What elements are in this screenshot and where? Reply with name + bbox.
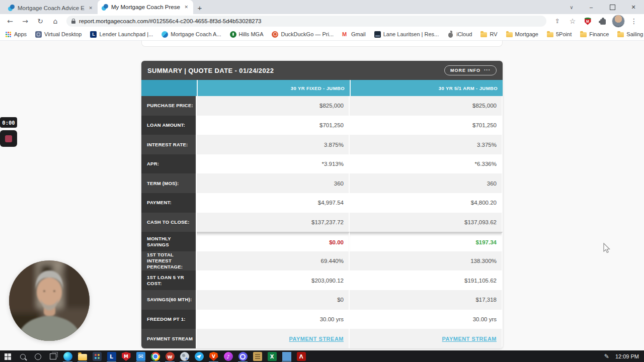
task-view-button[interactable] xyxy=(45,350,60,362)
address-bar[interactable]: report.mortgagecoach.com/#012556c4-c200-… xyxy=(66,16,546,27)
start-button[interactable] xyxy=(0,350,15,362)
profile-avatar[interactable] xyxy=(612,15,625,28)
bookmark-hills-mga[interactable]: Hills MGA xyxy=(230,31,264,38)
acrobat-icon[interactable]: Λ xyxy=(294,350,308,362)
bookmark-mortgage-coach[interactable]: Mortgage Coach A... xyxy=(162,31,221,38)
bookmark-star-icon[interactable]: ☆ xyxy=(567,15,579,27)
close-button[interactable]: ✕ xyxy=(623,0,644,14)
row-value-col1: $825,000 xyxy=(197,96,350,116)
bookmark-lane-lauritsen[interactable]: Lane Lauritsen | Res... xyxy=(374,31,439,38)
taskbar-clock[interactable]: 12:09 PM xyxy=(615,353,639,359)
row-value-col1: $0 xyxy=(197,290,350,310)
row-value-col2[interactable]: PAYMENT STREAM xyxy=(350,329,503,348)
loom-icon[interactable] xyxy=(235,350,250,362)
bookmark-apps-grid[interactable]: Apps xyxy=(5,31,27,38)
launchpad xyxy=(90,31,97,38)
tab-search-chevron-icon[interactable]: ∨ xyxy=(566,2,578,12)
new-tab-button[interactable]: + xyxy=(193,2,206,14)
record-stop-button[interactable] xyxy=(0,130,17,147)
row-value-col1[interactable]: PAYMENT STREAM xyxy=(197,329,350,348)
minimize-button[interactable]: – xyxy=(581,0,602,14)
maximize-button[interactable] xyxy=(602,0,623,14)
bookmark-label: RV xyxy=(490,31,497,37)
lender-launchpad-icon[interactable]: L xyxy=(104,350,119,362)
file-explorer-icon[interactable] xyxy=(75,350,90,362)
bookmark-duckduckgo[interactable]: DuckDuckGo — Pri... xyxy=(272,31,334,38)
bookmark-folder-mortgage[interactable]: Mortgage xyxy=(506,31,538,37)
mcafee-shield-icon[interactable]: M xyxy=(119,350,133,362)
windows-ink-pen-icon[interactable]: ✎ xyxy=(604,353,609,360)
bookmark-gmail[interactable]: Gmail xyxy=(342,31,366,38)
row-value-col1: 30.00 yrs xyxy=(197,310,350,329)
mcoach xyxy=(162,31,168,38)
bookmark-folder-sailing[interactable]: Sailing xyxy=(617,31,643,37)
row-value-col2: $137,093.62 xyxy=(350,213,503,232)
bookmarks-bar: Apps Virtual Desktop Lender Launchpad |.… xyxy=(0,28,644,41)
system-tray: ✎ 12:09 PM xyxy=(604,353,644,360)
w-app-icon[interactable]: w xyxy=(163,350,177,362)
taskbar: L M ✉ w xyxy=(0,350,644,362)
row-label: PURCHASE PRICE: xyxy=(141,96,197,116)
itunes-icon[interactable]: ♪ xyxy=(221,350,235,362)
excel-icon[interactable]: X xyxy=(265,350,279,362)
url-text[interactable]: report.mortgagecoach.com/#012556c4-c200-… xyxy=(79,18,262,24)
row-label: SAVINGS(60 MTH): xyxy=(141,290,197,310)
bookmark-label: Hills MGA xyxy=(239,31,264,37)
bookmark-label: Mortgage xyxy=(515,31,538,37)
mail-icon[interactable]: ✉ xyxy=(133,350,148,362)
record-icon xyxy=(5,135,12,142)
previous-card-bottom xyxy=(141,41,503,47)
paw-app-icon[interactable] xyxy=(177,350,192,362)
table-row: LOAN AMOUNT: $701,250 $701,250 xyxy=(141,116,503,135)
bookmark-lender-launchpad[interactable]: Lender Launchpad |... xyxy=(90,31,153,38)
bookmark-icloud[interactable]: iCloud xyxy=(447,31,472,38)
tab-title: My Mortgage Coach Presentatio xyxy=(111,4,180,10)
bookmark-folder-finance[interactable]: Finance xyxy=(580,31,609,37)
row-label: CASH TO CLOSE: xyxy=(141,213,197,232)
reload-icon[interactable]: ↻ xyxy=(34,15,46,27)
bookmark-label: Lender Launchpad |... xyxy=(99,31,153,37)
browser-tab[interactable]: Mortgage Coach Advice Engine ✕ xyxy=(4,2,98,14)
recording-timer: 0:00 xyxy=(0,117,17,128)
telegram-icon[interactable] xyxy=(192,350,206,362)
cortana-button[interactable] xyxy=(30,350,45,362)
bookmark-folder-rv[interactable]: RV xyxy=(480,31,497,37)
window-controls: – ✕ xyxy=(581,0,644,14)
webcam-bubble[interactable] xyxy=(9,260,90,341)
chrome-icon[interactable] xyxy=(148,350,163,362)
taskbar-search-button[interactable] xyxy=(15,350,30,362)
row-value-col2: 138.300% xyxy=(350,251,503,271)
bookmark-folder-5point[interactable]: 5Point xyxy=(547,31,572,37)
row-value-col2: 3.375% xyxy=(350,135,503,154)
tab-close-icon[interactable]: ✕ xyxy=(88,5,94,12)
bookmark-label: DuckDuckGo — Pri... xyxy=(281,31,334,37)
share-icon[interactable]: ⇪ xyxy=(551,15,564,27)
bookmark-label: Mortgage Coach A... xyxy=(171,31,221,37)
hills xyxy=(230,31,236,38)
browser-menu-kebab-icon[interactable]: ⋮ xyxy=(628,15,640,27)
bookmark-label: 5Point xyxy=(556,31,572,37)
gmail xyxy=(342,31,349,38)
home-icon[interactable]: ⌂ xyxy=(49,15,61,27)
row-value-col2: $191,105.62 xyxy=(350,270,503,290)
table-row: PAYMENT STREAM PAYMENT STREAM PAYMENT ST… xyxy=(141,329,503,348)
more-info-button[interactable]: MORE INFO ··· xyxy=(444,65,497,75)
notes-icon[interactable] xyxy=(250,350,265,362)
blue-window-icon[interactable] xyxy=(279,350,294,362)
lane xyxy=(374,31,381,38)
back-icon[interactable]: ← xyxy=(4,15,16,27)
browser-tab[interactable]: My Mortgage Coach Presentatio ✕ xyxy=(98,0,193,14)
edge-icon[interactable] xyxy=(60,350,75,362)
ddg xyxy=(272,31,278,38)
https-lock-icon[interactable] xyxy=(71,21,75,24)
summary-card: SUMMARY | QUOTE DATE - 01/24/2022 MORE I… xyxy=(141,61,503,348)
row-value-col2: $17,318 xyxy=(350,290,503,310)
row-value-col1: $137,237.72 xyxy=(197,213,350,232)
extensions-puzzle-icon[interactable] xyxy=(597,15,609,27)
brave-icon[interactable]: V xyxy=(206,350,221,362)
webadvisor-extension-icon[interactable] xyxy=(582,15,594,27)
store-icon[interactable] xyxy=(90,350,104,362)
forward-icon[interactable]: → xyxy=(19,15,31,27)
bookmark-virtual-desktop[interactable]: Virtual Desktop xyxy=(35,31,82,38)
tab-close-icon[interactable]: ✕ xyxy=(183,4,189,11)
